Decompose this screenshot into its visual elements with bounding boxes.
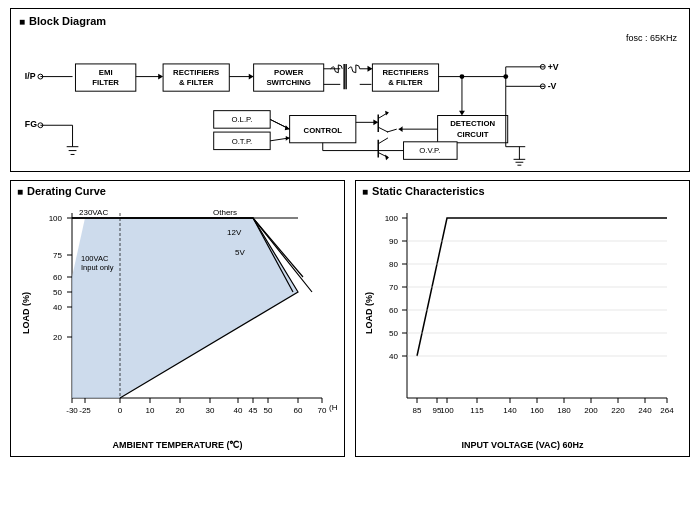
derating-section: Derating Curve LOAD (%) 100 75 bbox=[10, 180, 345, 457]
svg-text:CONTROL: CONTROL bbox=[304, 126, 343, 135]
svg-text:(HORIZONTAL): (HORIZONTAL) bbox=[329, 403, 337, 412]
svg-text:O.V.P.: O.V.P. bbox=[419, 146, 440, 155]
svg-text:230VAC: 230VAC bbox=[79, 208, 108, 217]
svg-text:140: 140 bbox=[503, 406, 517, 415]
svg-text:180: 180 bbox=[557, 406, 571, 415]
svg-text:RECTIFIERS: RECTIFIERS bbox=[382, 68, 428, 77]
svg-line-70 bbox=[378, 138, 388, 144]
svg-text:200: 200 bbox=[584, 406, 598, 415]
svg-text:20: 20 bbox=[176, 406, 185, 415]
derating-chart: LOAD (%) 100 75 60 50 40 bbox=[17, 203, 338, 438]
block-diagram-container: fosc : 65KHz I/P FG EMI bbox=[19, 33, 681, 163]
static-section: Static Characteristics LOAD (%) 100 90 8… bbox=[355, 180, 690, 457]
svg-line-68 bbox=[378, 127, 388, 132]
svg-text:80: 80 bbox=[389, 260, 398, 269]
svg-text:240: 240 bbox=[638, 406, 652, 415]
svg-text:0: 0 bbox=[118, 406, 123, 415]
svg-text:160: 160 bbox=[530, 406, 544, 415]
svg-text:70: 70 bbox=[318, 406, 327, 415]
svg-text:& FILTER: & FILTER bbox=[388, 78, 423, 87]
svg-text:Input only: Input only bbox=[81, 263, 114, 272]
svg-text:50: 50 bbox=[389, 329, 398, 338]
svg-text:LOAD (%): LOAD (%) bbox=[364, 292, 374, 334]
svg-text:60: 60 bbox=[389, 306, 398, 315]
svg-text:40: 40 bbox=[234, 406, 243, 415]
svg-text:40: 40 bbox=[53, 303, 62, 312]
svg-text:-30: -30 bbox=[66, 406, 78, 415]
svg-text:DETECTION: DETECTION bbox=[450, 119, 495, 128]
svg-text:115: 115 bbox=[470, 406, 484, 415]
svg-text:O.T.P.: O.T.P. bbox=[232, 137, 253, 146]
svg-text:60: 60 bbox=[294, 406, 303, 415]
svg-text:100: 100 bbox=[49, 214, 63, 223]
svg-marker-72 bbox=[385, 154, 389, 160]
svg-text:LOAD (%): LOAD (%) bbox=[21, 292, 31, 334]
svg-text:100: 100 bbox=[385, 214, 399, 223]
svg-text:CIRCUIT: CIRCUIT bbox=[457, 130, 489, 139]
block-diagram-title: Block Diagram bbox=[19, 15, 681, 27]
fg-label: FG bbox=[25, 119, 37, 129]
svg-text:50: 50 bbox=[53, 288, 62, 297]
svg-text:12V: 12V bbox=[227, 228, 242, 237]
svg-text:60: 60 bbox=[53, 273, 62, 282]
svg-text:20: 20 bbox=[53, 333, 62, 342]
svg-line-78 bbox=[270, 119, 289, 129]
static-x-label: INPUT VOLTAGE (VAC) 60Hz bbox=[362, 440, 683, 450]
svg-text:264: 264 bbox=[660, 406, 674, 415]
svg-marker-27 bbox=[368, 66, 373, 72]
block-diagram-section: Block Diagram fosc : 65KHz I/P FG bbox=[10, 8, 690, 172]
ip-label: I/P bbox=[25, 71, 36, 81]
svg-text:40: 40 bbox=[389, 352, 398, 361]
static-chart: LOAD (%) 100 90 80 70 60 50 40 bbox=[362, 203, 683, 438]
svg-text:100: 100 bbox=[440, 406, 454, 415]
page: Block Diagram fosc : 65KHz I/P FG bbox=[0, 0, 700, 524]
static-svg: LOAD (%) 100 90 80 70 60 50 40 bbox=[362, 203, 682, 438]
svg-marker-12 bbox=[158, 74, 163, 80]
svg-text:50: 50 bbox=[264, 406, 273, 415]
svg-text:POWER: POWER bbox=[274, 68, 304, 77]
svg-text:SWITCHING: SWITCHING bbox=[266, 78, 310, 87]
svg-text:FILTER: FILTER bbox=[92, 78, 119, 87]
svg-text:220: 220 bbox=[611, 406, 625, 415]
svg-text:-25: -25 bbox=[79, 406, 91, 415]
svg-marker-117 bbox=[72, 218, 298, 398]
svg-line-77 bbox=[387, 129, 397, 132]
vminus-label: -V bbox=[548, 81, 557, 91]
block-diagram-svg: I/P FG EMI FILTER bbox=[19, 33, 681, 163]
svg-text:Others: Others bbox=[213, 208, 237, 217]
lower-sections: Derating Curve LOAD (%) 100 75 bbox=[10, 180, 690, 457]
svg-marker-41 bbox=[459, 111, 465, 116]
svg-text:75: 75 bbox=[53, 251, 62, 260]
svg-text:& FILTER: & FILTER bbox=[179, 78, 214, 87]
static-title: Static Characteristics bbox=[362, 185, 683, 197]
derating-x-label: AMBIENT TEMPERATURE (℃) bbox=[17, 440, 338, 450]
svg-text:5V: 5V bbox=[235, 248, 245, 257]
svg-text:85: 85 bbox=[413, 406, 422, 415]
svg-text:90: 90 bbox=[389, 237, 398, 246]
svg-text:45: 45 bbox=[249, 406, 258, 415]
svg-text:EMI: EMI bbox=[99, 68, 113, 77]
svg-marker-67 bbox=[385, 111, 389, 116]
svg-text:70: 70 bbox=[389, 283, 398, 292]
svg-text:100VAC: 100VAC bbox=[81, 254, 109, 263]
derating-svg: LOAD (%) 100 75 60 50 40 bbox=[17, 203, 337, 438]
svg-text:RECTIFIERS: RECTIFIERS bbox=[173, 68, 219, 77]
svg-text:10: 10 bbox=[146, 406, 155, 415]
svg-marker-76 bbox=[399, 126, 403, 132]
svg-marker-17 bbox=[249, 74, 254, 80]
svg-text:O.L.P.: O.L.P. bbox=[231, 115, 252, 124]
derating-title: Derating Curve bbox=[17, 185, 338, 197]
svg-text:30: 30 bbox=[206, 406, 215, 415]
vplus-label: +V bbox=[548, 62, 559, 72]
